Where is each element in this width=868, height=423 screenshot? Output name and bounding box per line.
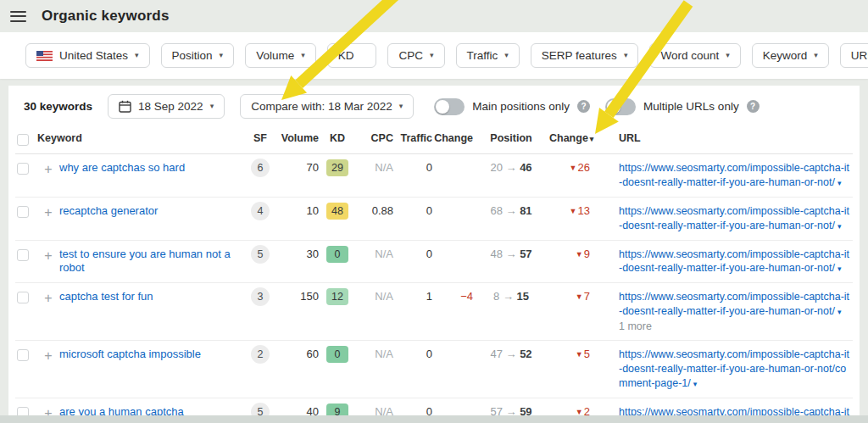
kd-badge: 29: [326, 159, 348, 176]
kd-badge: 48: [326, 203, 348, 220]
filter-serp-features[interactable]: SERP features ▾: [531, 43, 639, 68]
cpc-value: N/A: [375, 161, 393, 174]
volume-value: 30: [278, 248, 319, 262]
filter-kd[interactable]: KD: [327, 43, 377, 68]
expand-plus-icon[interactable]: +: [37, 204, 59, 222]
screenshot-bottom-edge: [0, 415, 868, 423]
expand-plus-icon[interactable]: +: [37, 248, 59, 265]
keyword-link[interactable]: test to ensure you are human not a robot: [59, 248, 231, 275]
cpc-value: 0.88: [372, 204, 393, 217]
main-positions-label: Main positions only: [472, 100, 570, 113]
position-change-number: 7: [584, 290, 590, 303]
help-icon[interactable]: ?: [747, 100, 760, 113]
date-picker-button[interactable]: 18 Sep 2022 ▾: [108, 94, 225, 119]
url-link[interactable]: https://www.seosmarty.com/impossible-cap…: [619, 205, 849, 231]
multiple-urls-label: Multiple URLs only: [643, 100, 739, 113]
keyword-link[interactable]: captcha test for fun: [59, 290, 153, 303]
url-caret-down-icon[interactable]: ▾: [837, 179, 842, 187]
filter-country[interactable]: United States ▾: [25, 43, 150, 68]
sf-badge: 3: [251, 287, 270, 306]
position-change-value: ▼13: [570, 204, 590, 217]
volume-value: 150: [278, 290, 319, 304]
row-checkbox[interactable]: [17, 249, 29, 261]
filter-cpc-label: CPC: [398, 49, 423, 62]
url-caret-down-icon[interactable]: ▾: [837, 308, 842, 316]
arrow-right-icon: →: [506, 204, 517, 217]
url-link[interactable]: https://www.seosmarty.com/impossible-cap…: [619, 162, 849, 188]
column-header-volume[interactable]: Volume: [278, 132, 319, 144]
column-header-keyword[interactable]: Keyword: [37, 132, 242, 144]
menu-icon[interactable]: [10, 8, 26, 25]
position-change-value: ▼26: [570, 161, 590, 174]
url-caret-down-icon[interactable]: ▾: [837, 222, 842, 231]
column-header-url[interactable]: URL: [597, 132, 853, 144]
page-title: Organic keywords: [42, 8, 170, 25]
arrow-right-icon: →: [503, 290, 514, 303]
position-cell: 68 → 81: [473, 204, 549, 219]
position-to: 46: [520, 161, 531, 174]
kd-badge: 12: [326, 288, 348, 305]
position-cell: 47 → 52: [473, 348, 549, 362]
url-more-label[interactable]: 1 more: [619, 320, 853, 333]
cpc-value: N/A: [375, 290, 393, 303]
row-checkbox[interactable]: [17, 206, 29, 218]
column-header-change-traffic[interactable]: Change: [432, 132, 473, 144]
main-positions-toggle-group: Main positions only ?: [434, 98, 590, 115]
results-card: 30 keywords 18 Sep 2022 ▾ Compare with: …: [8, 86, 860, 423]
position-change-value: ▼9: [576, 248, 590, 260]
table-header-row: Keyword SF Volume KD CPC Traffic Change …: [15, 126, 853, 154]
url-link[interactable]: https://www.seosmarty.com/impossible-cap…: [619, 248, 849, 275]
url-link[interactable]: https://www.seosmarty.com/impossible-cap…: [619, 348, 849, 389]
arrow-right-icon: →: [506, 161, 517, 174]
filter-traffic[interactable]: Traffic ▾: [456, 43, 520, 68]
column-header-cpc[interactable]: CPC: [356, 132, 393, 144]
filter-position[interactable]: Position ▾: [161, 43, 235, 68]
sf-badge: 2: [251, 345, 270, 364]
filter-position-label: Position: [172, 49, 213, 62]
filter-volume[interactable]: Volume ▾: [245, 43, 316, 68]
filter-traffic-label: Traffic: [467, 49, 498, 62]
select-all-checkbox[interactable]: [17, 134, 29, 146]
filter-cpc[interactable]: CPC ▾: [387, 43, 444, 68]
triangle-down-icon: ▼: [576, 350, 583, 359]
chevron-down-icon: ▾: [210, 103, 214, 110]
table-row: + why are captchas so hard 6 70 29 N/A 0…: [15, 154, 853, 198]
chevron-down-icon: ▾: [301, 52, 305, 59]
sf-badge: 5: [251, 245, 270, 264]
app-header: Organic keywords: [0, 0, 868, 32]
filter-word-count-label: Word count: [660, 49, 719, 62]
row-checkbox[interactable]: [17, 163, 29, 175]
chevron-down-icon: ▾: [504, 52, 509, 59]
expand-plus-icon[interactable]: +: [37, 348, 59, 365]
filter-url-label: URL: [851, 49, 868, 62]
traffic-value: 0: [393, 204, 432, 219]
multiple-urls-toggle[interactable]: [605, 98, 636, 115]
keyword-link[interactable]: why are captchas so hard: [59, 161, 185, 174]
volume-value: 60: [278, 348, 319, 362]
url-link[interactable]: https://www.seosmarty.com/impossible-cap…: [619, 291, 849, 317]
expand-plus-icon[interactable]: +: [37, 161, 59, 179]
filter-url[interactable]: URL ▾: [840, 43, 868, 68]
column-header-traffic[interactable]: Traffic: [393, 132, 432, 144]
keywords-count: 30 keywords: [24, 100, 92, 113]
row-checkbox[interactable]: [17, 349, 29, 361]
column-header-kd[interactable]: KD: [319, 132, 356, 144]
column-header-position[interactable]: Position: [473, 132, 549, 144]
filter-keyword[interactable]: Keyword ▾: [752, 43, 829, 68]
url-caret-down-icon[interactable]: ▾: [693, 380, 698, 388]
chevron-down-icon: ▾: [399, 103, 403, 110]
column-header-sf[interactable]: SF: [242, 132, 278, 144]
keyword-link[interactable]: recaptcha generator: [59, 204, 158, 217]
triangle-down-icon: ▼: [576, 292, 583, 301]
main-positions-toggle[interactable]: [434, 98, 465, 115]
help-icon[interactable]: ?: [577, 100, 590, 113]
keyword-link[interactable]: microsoft captcha impossible: [59, 348, 201, 360]
column-header-change-position[interactable]: Change▾: [549, 132, 597, 144]
compare-with-button[interactable]: Compare with: 18 Mar 2022 ▾: [240, 94, 414, 119]
row-checkbox[interactable]: [17, 292, 29, 303]
url-caret-down-icon[interactable]: ▾: [837, 264, 842, 273]
expand-plus-icon[interactable]: +: [37, 290, 59, 308]
filter-word-count[interactable]: Word count ▾: [649, 43, 740, 68]
position-from: 8: [493, 290, 499, 303]
table-toolbar: 30 keywords 18 Sep 2022 ▾ Compare with: …: [15, 86, 853, 126]
